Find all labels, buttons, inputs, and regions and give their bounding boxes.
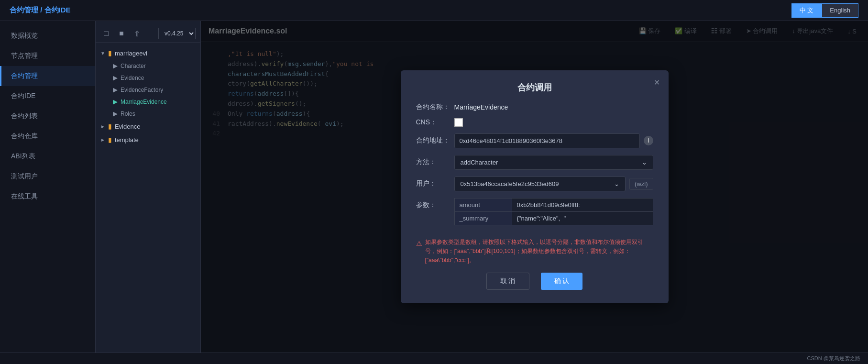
file-label: MarriageEvidence	[121, 99, 167, 105]
param-row: amount	[454, 198, 653, 211]
method-label: 方法：	[416, 158, 454, 166]
top-bar: 合约管理 / 合约IDE 中 文 English	[0, 0, 868, 21]
chevron-down-icon: ⌄	[642, 159, 647, 166]
lang-zh-button[interactable]: 中 文	[791, 3, 822, 18]
upload-icon[interactable]: ⇧	[131, 28, 143, 39]
cns-label: CNS：	[416, 118, 454, 127]
sidebar-item-contractrepo[interactable]: 合约仓库	[0, 126, 95, 146]
folder-label: marriageevi	[115, 50, 147, 57]
address-input[interactable]	[454, 133, 640, 148]
file-evidencefactory[interactable]: ▶ EvidenceFactory	[96, 84, 200, 96]
address-label: 合约地址：	[416, 136, 454, 145]
file-marriageevidence[interactable]: ▶ MarriageEvidence	[96, 96, 200, 108]
params-table: amount _summary	[454, 198, 653, 225]
file-toolbar: □ ■ ⇧ v0.4.25	[96, 25, 200, 43]
param-row: _summary	[454, 211, 653, 225]
breadcrumb-part1: 合约管理	[10, 6, 38, 14]
folder-evidence[interactable]: ► ▮ Evidence	[96, 120, 200, 133]
warning-icon: ⚠	[416, 238, 422, 265]
file-label: EvidenceFactory	[121, 87, 163, 93]
contract-name-label: 合约名称：	[416, 103, 454, 111]
folder-marriageevi[interactable]: ▼ ▮ marriageevi	[96, 46, 200, 60]
info-icon[interactable]: i	[644, 136, 653, 145]
warning-text: ⚠ 如果参数类型是数组，请按照以下格式输入，以逗号分隔，非数值和布尔值须使用双引…	[416, 238, 653, 265]
params-label: 参数：	[416, 198, 454, 210]
lang-switcher: 中 文 English	[791, 3, 858, 18]
footer: CSDN @菜鸟逆袭之路	[0, 353, 868, 364]
contract-invoke-dialog: 合约调用 × 合约名称： MarriageEvidence CNS： 合约地址：…	[401, 70, 669, 304]
params-row: 参数： amount _summary	[416, 198, 653, 231]
file-label: Character	[121, 63, 146, 69]
main-layout: 数据概览 节点管理 合约管理 合约IDE 合约列表 合约仓库 ABI列表 测试用…	[0, 21, 868, 353]
file-panel: □ ■ ⇧ v0.4.25 ▼ ▮ marriageevi ▶ Characte…	[96, 21, 201, 353]
folder-arrow: ►	[100, 137, 105, 143]
footer-text: CSDN @菜鸟逆袭之路	[807, 355, 860, 362]
lang-en-button[interactable]: English	[822, 3, 858, 18]
folder-arrow: ►	[100, 124, 105, 129]
sidebar-item-contractmanage[interactable]: 合约管理	[0, 66, 95, 86]
version-select[interactable]: v0.4.25	[158, 28, 196, 39]
param-name: amount	[454, 198, 512, 211]
cns-row: CNS：	[416, 118, 653, 127]
sidebar-item-dataoverview[interactable]: 数据概览	[0, 26, 95, 46]
folder-icon: ▮	[108, 136, 112, 143]
sidebar-item-onlinetools[interactable]: 在线工具	[0, 187, 95, 207]
method-select[interactable]: addCharacter ⌄	[454, 155, 653, 170]
code-area: MarriageEvidence.sol 💾 保存 ✅ 编译 ☷ 部署 ➤ 合约…	[201, 21, 868, 353]
param-name: _summary	[454, 211, 512, 225]
close-icon[interactable]: ×	[654, 77, 660, 88]
param-summary-input[interactable]	[517, 215, 648, 222]
address-input-group: i	[454, 133, 653, 148]
new-file-icon[interactable]: □	[100, 28, 112, 39]
folder-label: template	[115, 136, 139, 143]
file-icon: ▶	[113, 98, 118, 105]
user-row: 用户： 0x513ba46ccacafe5fe2c9533ed609 ⌄ (wz…	[416, 176, 653, 191]
folder-template[interactable]: ► ▮ template	[96, 133, 200, 146]
chevron-down-icon: ⌄	[614, 180, 619, 188]
file-label: Evidence	[121, 75, 144, 81]
breadcrumb: 合约管理 / 合约IDE	[10, 6, 71, 15]
modal-overlay: 合约调用 × 合约名称： MarriageEvidence CNS： 合约地址：…	[201, 21, 868, 353]
sidebar-item-nodemanage[interactable]: 节点管理	[0, 46, 95, 66]
params-section: amount _summary	[454, 198, 653, 225]
file-character[interactable]: ▶ Character	[96, 60, 200, 72]
param-amount-input[interactable]	[517, 201, 648, 209]
address-row: 合约地址： i	[416, 133, 653, 148]
file-icon: ▶	[113, 110, 118, 117]
param-value[interactable]	[512, 211, 653, 225]
contract-name-value: MarriageEvidence	[454, 103, 508, 111]
cancel-button[interactable]: 取 消	[486, 273, 529, 290]
confirm-button[interactable]: 确 认	[541, 273, 583, 290]
user-input-group: 0x513ba46ccacafe5fe2c9533ed609 ⌄ (wzl)	[454, 176, 653, 191]
folder-icon: ▮	[108, 49, 112, 57]
sidebar-item-contractide[interactable]: 合约IDE	[0, 86, 95, 106]
folder-label: Evidence	[115, 123, 140, 130]
breadcrumb-part2: 合约IDE	[44, 6, 71, 14]
sidebar-item-contractlist[interactable]: 合约列表	[0, 106, 95, 126]
dialog-buttons: 取 消 确 认	[416, 273, 653, 290]
file-icon: ▶	[113, 62, 118, 69]
cns-checkbox[interactable]	[454, 118, 463, 127]
user-label: 用户：	[416, 179, 454, 188]
dialog-title: 合约调用	[416, 82, 653, 93]
sidebar: 数据概览 节点管理 合约管理 合约IDE 合约列表 合约仓库 ABI列表 测试用…	[0, 21, 96, 353]
new-folder-icon[interactable]: ■	[116, 28, 127, 39]
file-icon: ▶	[113, 86, 118, 93]
file-icon: ▶	[113, 74, 118, 81]
param-value[interactable]	[512, 198, 653, 211]
method-row: 方法： addCharacter ⌄	[416, 155, 653, 170]
warning-message: 如果参数类型是数组，请按照以下格式输入，以逗号分隔，非数值和布尔值须使用双引号，…	[425, 238, 653, 265]
method-value: addCharacter	[461, 159, 498, 166]
contract-name-row: 合约名称： MarriageEvidence	[416, 103, 653, 111]
file-label: Roles	[121, 110, 135, 117]
file-evidence[interactable]: ▶ Evidence	[96, 72, 200, 84]
user-select[interactable]: 0x513ba46ccacafe5fe2c9533ed609 ⌄	[454, 176, 626, 191]
folder-arrow: ▼	[100, 51, 105, 56]
folder-icon: ▮	[108, 122, 112, 130]
sidebar-item-testusers[interactable]: 测试用户	[0, 166, 95, 187]
sidebar-item-abilist[interactable]: ABI列表	[0, 146, 95, 166]
user-name: (wzl)	[629, 178, 653, 190]
file-roles[interactable]: ▶ Roles	[96, 108, 200, 120]
user-address: 0x513ba46ccacafe5fe2c9533ed609	[461, 180, 559, 188]
